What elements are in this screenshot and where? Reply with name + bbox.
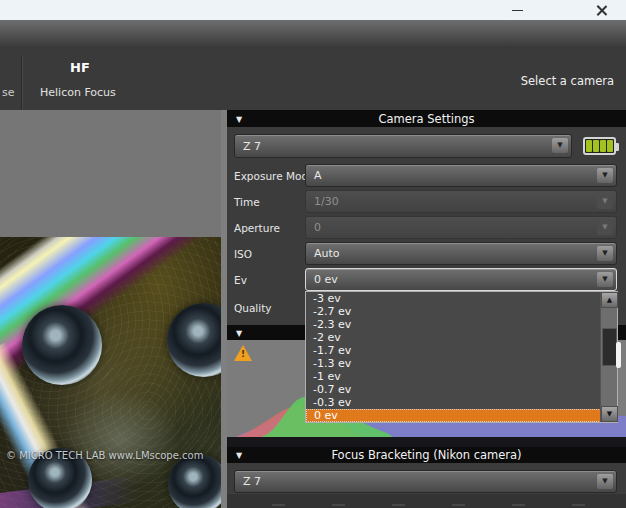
- camera-settings-title: Camera Settings: [227, 112, 626, 126]
- chevron-down-icon: ▼: [597, 220, 613, 235]
- menu-band: [0, 20, 626, 48]
- app-name-label: Helicon Focus: [40, 86, 150, 99]
- battery-segment: [586, 140, 592, 152]
- section-gap: [227, 437, 626, 447]
- ev-option[interactable]: -1.3 ev: [306, 357, 617, 370]
- chevron-down-icon: ▼: [597, 194, 613, 209]
- battery-segment: [607, 140, 613, 152]
- clipped-content: [572, 504, 585, 506]
- chevron-down-icon[interactable]: ▼: [552, 138, 568, 153]
- chevron-down-icon[interactable]: ▼: [597, 246, 613, 261]
- ev-label: Ev: [234, 268, 247, 291]
- iso-label: ISO: [234, 242, 252, 265]
- chevron-down-icon[interactable]: ▼: [597, 474, 613, 489]
- bubble: [22, 305, 102, 385]
- battery-nub: [616, 143, 619, 151]
- empty-preview-area: [0, 110, 221, 237]
- exposure-mode-label: Exposure Mode: [234, 164, 315, 187]
- camera-select-dropdown[interactable]: Z 7 ▼: [234, 134, 572, 158]
- focus-bracketing-camera-dropdown[interactable]: Z 7 ▼: [234, 470, 617, 493]
- aperture-dropdown: 0 ▼: [305, 216, 617, 239]
- toolbar-partial-label[interactable]: se: [2, 86, 15, 99]
- clipped-content: [392, 504, 405, 506]
- ev-option-selected[interactable]: 0 ev: [306, 409, 617, 422]
- minimize-icon: [512, 10, 523, 11]
- ev-option[interactable]: -0.7 ev: [306, 383, 617, 396]
- ev-option[interactable]: -1 ev: [306, 370, 617, 383]
- ev-dropdown[interactable]: 0 ev ▼: [305, 268, 617, 291]
- aperture-label: Aperture: [234, 216, 280, 239]
- bubble: [168, 454, 221, 508]
- scrollbar-thumb[interactable]: [602, 328, 617, 366]
- battery-indicator: [583, 137, 616, 155]
- time-label: Time: [234, 190, 260, 213]
- close-button[interactable]: [580, 0, 622, 20]
- focus-bracketing-header[interactable]: ▼ Focus Bracketing (Nikon camera): [227, 447, 626, 463]
- chevron-down-icon[interactable]: ▼: [597, 168, 613, 183]
- clipped-content: [452, 504, 465, 506]
- app-window: se HF Helicon Focus Select a camera © MI…: [0, 0, 626, 508]
- battery-segment: [593, 140, 599, 152]
- collapse-icon[interactable]: ▼: [236, 328, 242, 337]
- exposure-mode-value: A: [314, 169, 322, 182]
- camera-select-value: Z 7: [243, 140, 261, 153]
- toolbar: se HF Helicon Focus Select a camera: [0, 48, 626, 110]
- camera-settings-header[interactable]: ▼ Camera Settings: [227, 110, 626, 127]
- focus-bracketing-camera-value: Z 7: [243, 475, 261, 488]
- iso-value: Auto: [314, 247, 340, 260]
- chevron-down-icon[interactable]: ▼: [597, 272, 613, 287]
- titlebar: [0, 0, 626, 20]
- minimize-button[interactable]: [496, 0, 538, 20]
- iso-dropdown[interactable]: Auto ▼: [305, 242, 617, 265]
- battery-segment: [600, 140, 606, 152]
- ev-option[interactable]: -2 ev: [306, 331, 617, 344]
- focus-bracketing-title: Focus Bracketing (Nikon camera): [227, 448, 626, 462]
- clipped-content: [272, 504, 285, 506]
- clipped-content: [512, 504, 525, 506]
- close-icon: [596, 5, 607, 16]
- exposure-mode-dropdown[interactable]: A ▼: [305, 164, 617, 187]
- panel-scrollbar-thumb[interactable]: [616, 342, 621, 368]
- time-value: 1/30: [314, 195, 339, 208]
- ev-option[interactable]: -2.3 ev: [306, 318, 617, 331]
- bottom-strip: [227, 493, 626, 508]
- ev-option[interactable]: -2.7 ev: [306, 305, 617, 318]
- app-logo[interactable]: HF: [40, 60, 120, 75]
- quality-label: Quality: [234, 296, 272, 319]
- toolbar-divider: [21, 56, 22, 110]
- select-camera-button[interactable]: Select a camera: [521, 74, 614, 88]
- clipped-content: [332, 504, 345, 506]
- restore-button[interactable]: [538, 0, 580, 20]
- scroll-down-button[interactable]: ▼: [601, 406, 618, 422]
- ev-options-list: -3 ev -2.7 ev -2.3 ev -2 ev -1.7 ev -1.3…: [305, 291, 618, 423]
- restore-icon: [555, 6, 564, 15]
- watermark: © MICRO TECH LAB www.LMscope.com: [6, 450, 203, 461]
- ev-list-scrollbar[interactable]: ▲ ▼: [600, 292, 617, 422]
- aperture-value: 0: [314, 221, 321, 234]
- ev-option[interactable]: -3 ev: [306, 292, 617, 305]
- settings-panel: ▼ Camera Settings Z 7 ▼ Exposure Mode A …: [227, 110, 626, 508]
- ev-value: 0 ev: [314, 273, 338, 286]
- ev-option[interactable]: -0.3 ev: [306, 396, 617, 409]
- liveview-image[interactable]: © MICRO TECH LAB www.LMscope.com: [0, 237, 221, 508]
- scroll-up-button[interactable]: ▲: [601, 292, 618, 308]
- ev-option[interactable]: -1.7 ev: [306, 344, 617, 357]
- time-dropdown: 1/30 ▼: [305, 190, 617, 213]
